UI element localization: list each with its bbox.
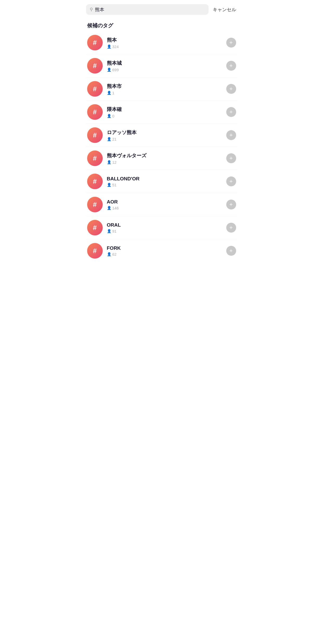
tag-count: 👤 324 bbox=[107, 44, 222, 49]
add-button[interactable]: + bbox=[226, 153, 236, 163]
tag-icon: # bbox=[87, 243, 103, 259]
tag-item[interactable]: # FORK 👤 62 + bbox=[86, 239, 237, 262]
tag-icon: # bbox=[87, 220, 103, 235]
tag-name: 隈本確 bbox=[107, 106, 222, 113]
search-icon: ⚲ bbox=[90, 7, 93, 12]
tag-info: 隈本確 👤 0 bbox=[107, 106, 222, 118]
tag-count: 👤 0 bbox=[107, 114, 222, 118]
tag-info: 熊本市 👤 1 bbox=[107, 83, 222, 95]
add-button[interactable]: + bbox=[226, 130, 236, 140]
tag-name: BALLOND'OR bbox=[107, 176, 222, 182]
tag-name: 熊本 bbox=[107, 37, 222, 43]
tag-info: FORK 👤 62 bbox=[107, 245, 222, 257]
tag-count: 👤 91 bbox=[107, 229, 222, 233]
tag-name: AOR bbox=[107, 199, 222, 205]
add-button[interactable]: + bbox=[226, 246, 236, 256]
add-button[interactable]: + bbox=[226, 61, 236, 71]
person-icon: 👤 bbox=[107, 229, 111, 233]
person-icon: 👤 bbox=[107, 114, 111, 118]
tag-list: # 熊本 👤 324 + # 熊本城 👤 699 + # bbox=[81, 31, 242, 262]
tag-info: 熊本城 👤 699 bbox=[107, 60, 222, 72]
tag-icon: # bbox=[87, 197, 103, 212]
person-icon: 👤 bbox=[107, 68, 111, 72]
section-title: 候補のタグ bbox=[81, 18, 242, 31]
tag-item[interactable]: # 隈本確 👤 0 + bbox=[86, 101, 237, 124]
add-button[interactable]: + bbox=[226, 200, 236, 209]
person-icon: 👤 bbox=[107, 137, 111, 141]
add-button[interactable]: + bbox=[226, 38, 236, 48]
tag-item[interactable]: # AOR 👤 146 + bbox=[86, 193, 237, 216]
header: ⚲ キャンセル bbox=[81, 0, 242, 18]
search-bar[interactable]: ⚲ bbox=[86, 4, 209, 15]
tag-icon: # bbox=[87, 35, 103, 50]
tag-info: ORAL 👤 91 bbox=[107, 222, 222, 233]
tag-count: 👤 12 bbox=[107, 160, 222, 165]
person-icon: 👤 bbox=[107, 183, 111, 187]
tag-info: 熊本ヴォルターズ 👤 12 bbox=[107, 152, 222, 165]
search-input[interactable] bbox=[95, 7, 205, 12]
add-button[interactable]: + bbox=[226, 176, 236, 186]
tag-info: 熊本 👤 324 bbox=[107, 37, 222, 49]
tag-count: 👤 51 bbox=[107, 183, 222, 187]
tag-info: BALLOND'OR 👤 51 bbox=[107, 176, 222, 187]
tag-icon: # bbox=[87, 127, 103, 143]
tag-count: 👤 146 bbox=[107, 206, 222, 210]
tag-name: 熊本ヴォルターズ bbox=[107, 152, 222, 159]
tag-item[interactable]: # 熊本城 👤 699 + bbox=[86, 54, 237, 77]
tag-name: FORK bbox=[107, 245, 222, 251]
tag-info: AOR 👤 146 bbox=[107, 199, 222, 210]
tag-name: ロアッソ熊本 bbox=[107, 129, 222, 136]
tag-icon: # bbox=[87, 174, 103, 189]
tag-info: ロアッソ熊本 👤 21 bbox=[107, 129, 222, 141]
tag-count: 👤 1 bbox=[107, 91, 222, 95]
add-button[interactable]: + bbox=[226, 223, 236, 233]
tag-item[interactable]: # ロアッソ熊本 👤 21 + bbox=[86, 124, 237, 147]
person-icon: 👤 bbox=[107, 44, 111, 49]
tag-count: 👤 62 bbox=[107, 252, 222, 257]
tag-item[interactable]: # 熊本ヴォルターズ 👤 12 + bbox=[86, 147, 237, 170]
tag-item[interactable]: # 熊本 👤 324 + bbox=[86, 31, 237, 54]
tag-item[interactable]: # 熊本市 👤 1 + bbox=[86, 77, 237, 101]
add-button[interactable]: + bbox=[226, 107, 236, 117]
cancel-button[interactable]: キャンセル bbox=[212, 5, 237, 14]
tag-icon: # bbox=[87, 150, 103, 166]
tag-item[interactable]: # BALLOND'OR 👤 51 + bbox=[86, 170, 237, 193]
tag-name: ORAL bbox=[107, 222, 222, 228]
person-icon: 👤 bbox=[107, 91, 111, 95]
tag-icon: # bbox=[87, 81, 103, 97]
tag-icon: # bbox=[87, 104, 103, 120]
person-icon: 👤 bbox=[107, 206, 111, 210]
tag-name: 熊本城 bbox=[107, 60, 222, 67]
person-icon: 👤 bbox=[107, 252, 111, 256]
tag-count: 👤 699 bbox=[107, 68, 222, 72]
tag-item[interactable]: # ORAL 👤 91 + bbox=[86, 216, 237, 239]
tag-icon: # bbox=[87, 58, 103, 74]
tag-name: 熊本市 bbox=[107, 83, 222, 90]
person-icon: 👤 bbox=[107, 160, 111, 164]
tag-count: 👤 21 bbox=[107, 137, 222, 141]
add-button[interactable]: + bbox=[226, 84, 236, 94]
